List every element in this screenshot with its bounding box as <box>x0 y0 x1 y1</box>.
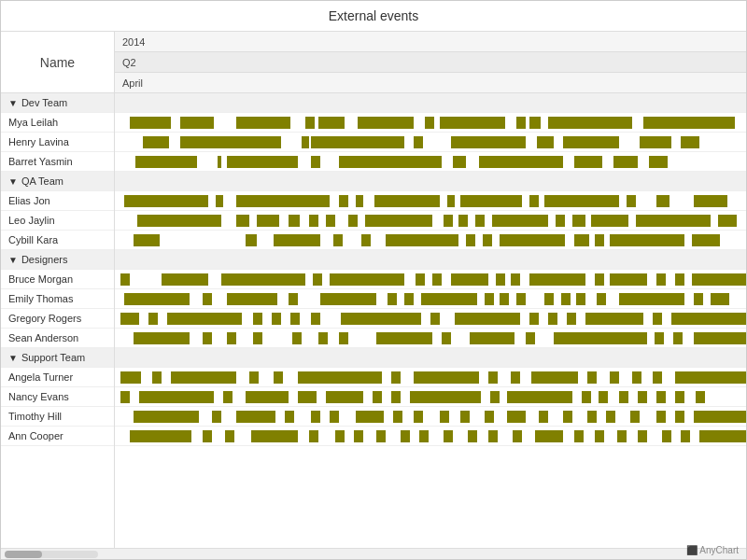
member-label: Elias Jon <box>1 191 115 210</box>
bar <box>655 332 664 344</box>
member-label: Timothy Hill <box>1 407 115 426</box>
bar <box>582 391 591 403</box>
member-label-row: Bruce Morgan <box>1 270 114 289</box>
bar <box>696 391 705 403</box>
bar <box>376 430 386 442</box>
group-bars-cell <box>115 250 746 269</box>
bars-cell <box>115 368 746 386</box>
member-label-row: Leo Jaylin <box>1 211 114 231</box>
bar <box>339 332 348 344</box>
bar <box>309 430 318 442</box>
header-row: 2014 Q2 April <box>115 32 746 93</box>
bar <box>537 136 554 148</box>
bar <box>365 215 432 227</box>
left-panel: Name ▼Dev TeamMya LeilahHenry LavinaBarr… <box>1 32 115 548</box>
scrollbar-thumb[interactable] <box>5 551 42 558</box>
bar <box>662 430 671 442</box>
bar <box>311 411 320 423</box>
bar <box>354 430 363 442</box>
bar <box>236 117 290 129</box>
bar <box>430 313 440 325</box>
bar <box>548 117 632 129</box>
bar <box>572 215 585 227</box>
bar <box>529 117 541 129</box>
bar <box>225 430 234 442</box>
bar <box>460 195 522 207</box>
member-label-row: Elias Jon <box>1 191 114 211</box>
bar <box>447 195 455 207</box>
member-label-row: Angela Turner <box>1 368 114 387</box>
bar <box>681 430 690 442</box>
group-bar-row <box>115 348 746 368</box>
bar <box>167 313 242 325</box>
member-bar-row <box>115 211 746 231</box>
member-bar-row <box>115 368 746 387</box>
bar <box>507 391 572 403</box>
bar <box>120 273 130 286</box>
bar <box>236 411 275 423</box>
bar <box>483 234 492 246</box>
bar <box>694 332 746 344</box>
bar <box>507 411 526 423</box>
bar <box>444 215 453 227</box>
bar <box>320 293 376 305</box>
bar <box>330 273 404 286</box>
bars-cell <box>115 191 746 210</box>
bars-cell <box>115 231 746 249</box>
bar <box>311 313 320 325</box>
bar <box>444 430 453 442</box>
bar <box>290 313 300 325</box>
chart-container: External events Name ▼Dev TeamMya Leilah… <box>0 0 747 560</box>
scrollbar-area[interactable] <box>1 548 746 559</box>
bar <box>333 234 343 246</box>
bar <box>124 293 190 305</box>
bar <box>485 411 494 423</box>
bar <box>386 234 458 246</box>
bar <box>289 293 298 305</box>
group-row-label[interactable]: ▼Designers <box>1 250 114 270</box>
bar <box>451 273 488 286</box>
bars-cell <box>115 309 746 328</box>
bar <box>619 293 684 305</box>
bar <box>203 332 212 344</box>
member-label: Angela Turner <box>1 368 115 386</box>
bar <box>638 430 647 442</box>
group-row-label[interactable]: ▼Dev Team <box>1 93 114 113</box>
bar <box>358 117 414 129</box>
bar <box>595 273 604 286</box>
bar <box>440 411 449 423</box>
bar <box>475 215 485 227</box>
group-bar-row <box>115 93 746 113</box>
bars-cell <box>115 152 746 171</box>
member-label-row: Timothy Hill <box>1 407 114 427</box>
bar <box>410 391 481 403</box>
bar <box>253 313 262 325</box>
group-row-label[interactable]: ▼QA Team <box>1 172 114 191</box>
group-row-label[interactable]: ▼Support Team <box>1 348 114 368</box>
group-bars-cell <box>115 348 746 367</box>
bar <box>574 430 584 442</box>
bar <box>529 273 585 286</box>
bar <box>162 273 208 286</box>
bar <box>675 273 684 286</box>
member-bar-row <box>115 191 746 211</box>
bar <box>653 371 662 384</box>
bar <box>120 391 130 403</box>
member-label-row: Cybill Kara <box>1 231 114 250</box>
bar <box>302 136 309 148</box>
scrollbar-track[interactable] <box>5 551 98 558</box>
bar <box>617 430 627 442</box>
group-label: ▼QA Team <box>1 172 115 190</box>
member-bar-row <box>115 427 746 446</box>
bars-cell <box>115 407 746 426</box>
member-label: Nancy Evans <box>1 387 115 406</box>
bar <box>251 430 298 442</box>
bar <box>488 430 498 442</box>
bar <box>591 215 628 227</box>
bar <box>419 430 429 442</box>
bar <box>675 391 684 403</box>
bar <box>361 234 371 246</box>
bar <box>236 215 249 227</box>
bar <box>656 411 666 423</box>
member-bar-row <box>115 309 746 329</box>
